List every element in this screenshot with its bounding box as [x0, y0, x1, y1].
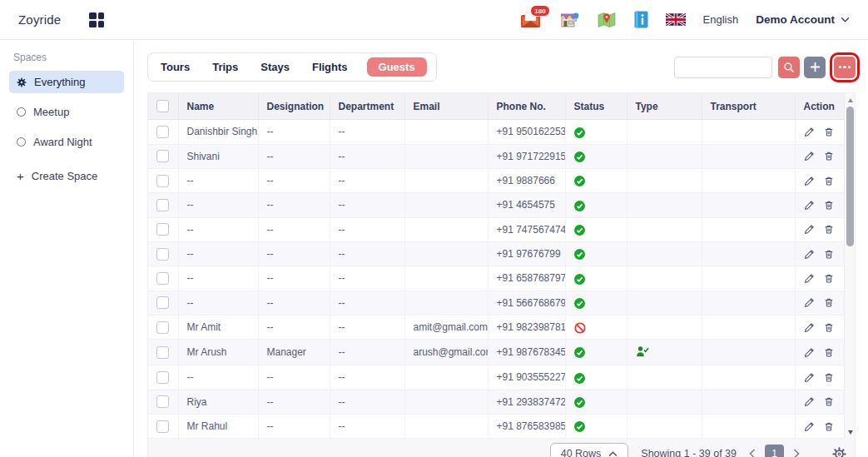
row-checkbox[interactable] — [156, 223, 169, 236]
delete-trash-icon[interactable] — [824, 322, 834, 333]
edit-pencil-icon[interactable] — [804, 127, 815, 137]
cell-type — [627, 266, 702, 291]
col-type: Type — [627, 93, 702, 120]
tab-tours[interactable]: Tours — [161, 57, 190, 77]
delete-trash-icon[interactable] — [824, 421, 834, 432]
cell-type — [627, 168, 702, 192]
edit-pencil-icon[interactable] — [804, 151, 815, 161]
edit-pencil-icon[interactable] — [804, 176, 815, 186]
select-all-checkbox[interactable] — [156, 100, 169, 112]
sidebar-item-everything[interactable]: Everything — [9, 71, 124, 93]
sidebar-item-meetup[interactable]: Meetup — [9, 101, 124, 123]
row-checkbox[interactable] — [156, 346, 169, 359]
cell-designation: -- — [258, 390, 330, 414]
cell-action — [795, 193, 846, 217]
edit-pencil-icon[interactable] — [804, 347, 815, 358]
tab-stays[interactable]: Stays — [260, 57, 290, 77]
cell-email — [404, 241, 488, 266]
tab-trips[interactable]: Trips — [212, 57, 238, 77]
row-checkbox[interactable] — [156, 199, 169, 211]
cell-name: Mr Arush — [178, 340, 258, 365]
status-active-icon — [574, 373, 585, 384]
sidebar-item-award-night[interactable]: Award Night — [9, 131, 124, 153]
delete-trash-icon[interactable] — [824, 224, 834, 235]
row-checkbox[interactable] — [156, 296, 169, 309]
next-page-button[interactable] — [793, 449, 800, 457]
create-space-label: Create Space — [32, 170, 98, 182]
storefront-icon[interactable] — [559, 11, 579, 29]
delete-trash-icon[interactable] — [824, 151, 834, 161]
delete-trash-icon[interactable] — [824, 176, 834, 186]
cell-name: -- — [178, 217, 258, 241]
status-active-icon — [574, 298, 585, 309]
tab-flights[interactable]: Flights — [312, 57, 348, 77]
edit-pencil-icon[interactable] — [804, 249, 815, 260]
more-options-button[interactable] — [834, 57, 856, 78]
spaces-section-title: Spaces — [13, 52, 124, 63]
scroll-down-arrow[interactable] — [845, 426, 856, 438]
edit-pencil-icon[interactable] — [804, 273, 815, 284]
col-email: Email — [404, 93, 488, 120]
row-checkbox[interactable] — [156, 395, 169, 408]
row-checkbox[interactable] — [156, 321, 169, 334]
edit-pencil-icon[interactable] — [804, 322, 815, 333]
table-footer: 40 Rows Showing 1 - 39 of 39 1 — [147, 439, 856, 457]
page-number[interactable]: 1 — [765, 445, 784, 457]
account-menu[interactable]: Demo Account — [756, 13, 850, 26]
cell-email — [404, 266, 488, 291]
delete-trash-icon[interactable] — [824, 200, 834, 211]
table-row: Shivani -- -- +91 9717229153 — [148, 144, 846, 168]
edit-pencil-icon[interactable] — [804, 200, 815, 211]
edit-pencil-icon[interactable] — [804, 396, 815, 407]
cell-action — [795, 390, 846, 414]
topbar-right-cluster: 180 — [520, 11, 850, 29]
delete-trash-icon[interactable] — [824, 396, 834, 407]
prev-page-button[interactable] — [749, 449, 756, 457]
row-checkbox[interactable] — [156, 272, 169, 285]
cell-status — [565, 241, 627, 266]
row-checkbox[interactable] — [156, 371, 169, 384]
cell-phone: +91 65876879789 — [488, 266, 565, 291]
vertical-scrollbar[interactable] — [844, 93, 855, 439]
table-row: Mr Amit -- -- amit@gmail.com +91 9823987… — [148, 315, 846, 339]
uk-flag-icon[interactable] — [666, 13, 686, 26]
cell-status — [565, 315, 627, 339]
edit-pencil-icon[interactable] — [804, 421, 815, 432]
row-checkbox[interactable] — [156, 150, 169, 162]
table-settings-gear-icon[interactable] — [832, 447, 846, 457]
edit-pencil-icon[interactable] — [804, 372, 815, 383]
cell-transport — [702, 315, 795, 339]
delete-trash-icon[interactable] — [824, 372, 834, 383]
edit-pencil-icon[interactable] — [804, 297, 815, 308]
notifications-mail-icon[interactable]: 180 — [520, 11, 542, 28]
tab-guests[interactable]: Guests — [367, 57, 427, 77]
cell-department: -- — [330, 315, 404, 339]
guide-book-icon[interactable] — [634, 11, 648, 28]
rows-per-page-selector[interactable]: 40 Rows — [550, 443, 629, 457]
search-input[interactable] — [674, 57, 772, 78]
row-checkbox[interactable] — [156, 126, 169, 138]
create-space-button[interactable]: + Create Space — [17, 170, 124, 182]
cell-name: Mr Rahul — [178, 414, 258, 438]
scrollbar-thumb[interactable] — [846, 107, 854, 246]
scroll-up-arrow[interactable] — [845, 94, 856, 106]
map-pin-icon[interactable] — [597, 11, 617, 28]
edit-pencil-icon[interactable] — [804, 224, 815, 235]
delete-trash-icon[interactable] — [824, 347, 834, 358]
apps-grid-icon[interactable] — [89, 12, 104, 27]
col-action: Action — [795, 93, 846, 120]
delete-trash-icon[interactable] — [824, 127, 834, 137]
delete-trash-icon[interactable] — [824, 273, 834, 284]
add-guest-button[interactable] — [804, 57, 826, 78]
row-checkbox[interactable] — [156, 420, 169, 433]
delete-trash-icon[interactable] — [824, 297, 834, 308]
cell-status — [565, 291, 627, 315]
search-button[interactable] — [778, 57, 800, 78]
language-label[interactable]: English — [703, 13, 739, 26]
row-checkbox[interactable] — [156, 248, 169, 261]
delete-trash-icon[interactable] — [824, 249, 834, 260]
cell-transport — [702, 266, 795, 291]
table-row: Mr Rahul -- -- +91 8765839850 — [148, 414, 846, 438]
row-checkbox[interactable] — [156, 175, 169, 187]
status-active-icon — [574, 274, 585, 285]
